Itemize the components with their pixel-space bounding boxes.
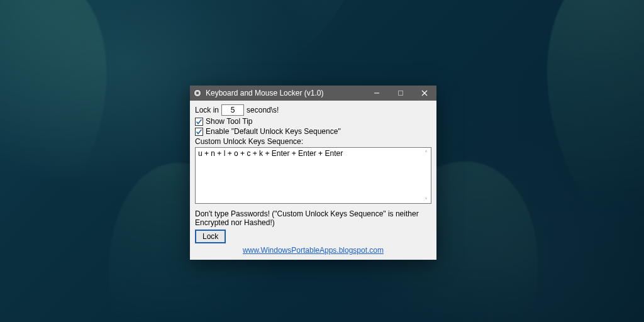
- window-title: Keyboard and Mouse Locker (v1.0): [206, 89, 323, 97]
- enable-default-seq-label: Enable "Default Unlock Keys Sequence": [206, 127, 341, 136]
- svg-point-1: [196, 92, 199, 94]
- app-icon: [192, 88, 203, 98]
- lockin-seconds-input[interactable]: [221, 104, 244, 116]
- custom-sequence-label: Custom Unlock Keys Sequence:: [195, 137, 431, 146]
- svg-rect-3: [399, 91, 403, 96]
- lockin-suffix: second\s!: [247, 106, 279, 114]
- password-warning: Don't type Passwords! ("Custom Unlock Ke…: [195, 209, 431, 227]
- show-tooltip-row[interactable]: Show Tool Tip: [195, 117, 431, 126]
- enable-default-seq-checkbox[interactable]: [195, 128, 203, 136]
- client-area: Lock in second\s! Show Tool Tip Enable "…: [190, 101, 436, 260]
- desktop-background: Keyboard and Mouse Locker (v1.0) Lock in…: [0, 0, 644, 322]
- enable-default-seq-row[interactable]: Enable "Default Unlock Keys Sequence": [195, 127, 431, 136]
- app-window: Keyboard and Mouse Locker (v1.0) Lock in…: [190, 86, 436, 260]
- website-link[interactable]: www.WindowsPortableApps.blogspot.com: [243, 246, 384, 255]
- minimize-button[interactable]: [365, 86, 389, 101]
- lock-button[interactable]: Lock: [195, 230, 226, 243]
- close-button[interactable]: [413, 86, 436, 101]
- titlebar[interactable]: Keyboard and Mouse Locker (v1.0): [190, 86, 436, 101]
- lockin-row: Lock in second\s!: [195, 104, 431, 116]
- custom-sequence-textarea[interactable]: [195, 147, 431, 204]
- show-tooltip-label: Show Tool Tip: [206, 117, 253, 126]
- maximize-button: [389, 86, 413, 101]
- show-tooltip-checkbox[interactable]: [195, 118, 203, 126]
- lockin-prefix: Lock in: [195, 106, 219, 114]
